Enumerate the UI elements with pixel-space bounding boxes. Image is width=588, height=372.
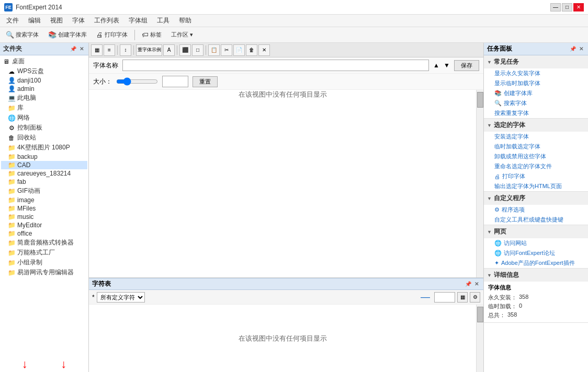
print-font-button[interactable]: 🖨 打印字体 xyxy=(93,29,131,40)
menu-fontgroup[interactable]: 字体组 xyxy=(125,15,152,26)
close-preview-button[interactable]: ✕ xyxy=(258,44,270,56)
menu-help[interactable]: 帮助 xyxy=(175,15,196,26)
tree-item-mfiles[interactable]: 📁 MFiles xyxy=(1,204,87,213)
tree-item-fab[interactable]: 📁 fab xyxy=(1,178,87,186)
workspace-button[interactable]: 工作区 ▾ xyxy=(167,29,197,40)
create-library-button[interactable]: 📚 创建字体库 xyxy=(44,29,91,40)
tag-button[interactable]: 🏷 标签 xyxy=(138,29,165,40)
panel-pin-button[interactable]: 📌 xyxy=(70,45,77,53)
tree-item-music[interactable]: 📁 music xyxy=(1,213,87,221)
task-export-html[interactable]: 输出选定字体为HTML页面 xyxy=(484,181,588,191)
tree-label-wallpaper: 4K壁纸图片 1080P xyxy=(17,143,70,152)
grid-view-button[interactable]: ▦ xyxy=(91,44,103,56)
tree-item-wallpaper[interactable]: 📁 4K壁纸图片 1080P xyxy=(1,143,87,153)
delete-button[interactable]: 🗑 xyxy=(246,44,257,56)
tree-item-office[interactable]: 📁 office xyxy=(1,229,87,238)
size-input[interactable]: 36 xyxy=(162,76,188,87)
task-rename[interactable]: 重命名选定的字体文件 xyxy=(484,161,588,171)
tree-item-control[interactable]: ⚙ 控制面板 xyxy=(1,123,87,133)
task-unload[interactable]: 卸载或禁用这些字体 xyxy=(484,152,588,161)
center-panel: ▦ ≡ ↕ 重字体示例 A ⬛ □ 📋 ✂ 📄 🗑 ✕ 字体名称 xyxy=(89,43,483,372)
tree-item-gif[interactable]: 📁 GIF动画 xyxy=(1,186,87,196)
list-view-button[interactable]: ≡ xyxy=(104,44,115,56)
size-slider[interactable] xyxy=(116,78,158,85)
web-title[interactable]: ▼ 网页 xyxy=(484,225,588,238)
selected-font-title[interactable]: ▼ 选定的字体 xyxy=(484,119,588,132)
task-print[interactable]: 🖨 打印字体 xyxy=(484,171,588,181)
task-show-temp[interactable]: 显示临时加载字体 xyxy=(484,78,588,88)
preview-btn1[interactable]: ⬛ xyxy=(179,44,191,56)
char-settings-button[interactable]: ⚙ xyxy=(470,292,480,303)
char-scrollbar-thumb[interactable] xyxy=(477,307,483,322)
task-install[interactable]: 安装选定字体 xyxy=(484,132,588,142)
char-view-button[interactable]: ▦ xyxy=(457,292,468,303)
tree-item-admin[interactable]: 👤 admin xyxy=(1,85,87,93)
task-load-temp[interactable]: 临时加载选定字体 xyxy=(484,142,588,152)
char-size-input[interactable]: 22 xyxy=(434,292,455,303)
tree-item-desktop[interactable]: 🖥 桌面 xyxy=(1,56,87,66)
font-scroll-down[interactable]: ▼ xyxy=(444,62,450,69)
task-fontexpert-forum[interactable]: 🌐 访问FontExpert论坛 xyxy=(484,248,588,258)
font-scroll-up[interactable]: ▲ xyxy=(433,62,439,69)
reset-button[interactable]: 重置 xyxy=(193,76,218,87)
cut-button[interactable]: ✂ xyxy=(221,44,232,56)
task-show-permanent[interactable]: 显示永久安装字体 xyxy=(484,68,588,78)
char-filter-select[interactable]: 所有定义字符 xyxy=(97,292,145,303)
char-header-controls[interactable]: 📌 ✕ xyxy=(465,281,480,288)
char-scrollbar[interactable] xyxy=(476,305,483,372)
titlebar-controls[interactable]: — □ ✕ xyxy=(550,3,584,11)
task-close-button[interactable]: ✕ xyxy=(578,45,585,53)
char-pin-button[interactable]: 📌 xyxy=(465,281,472,288)
task-create-library[interactable]: 📚 创建字体库 xyxy=(484,88,588,98)
maximize-button[interactable]: □ xyxy=(562,3,572,11)
task-search-duplicate[interactable]: 搜索重复字体 xyxy=(484,108,588,118)
task-pin-button[interactable]: 📌 xyxy=(569,45,576,53)
tree-item-network[interactable]: 🌐 网络 xyxy=(1,113,87,123)
copy-button[interactable]: 📋 xyxy=(208,44,220,56)
tree-item-library[interactable]: 📁 库 xyxy=(1,103,87,113)
tree-item-careueyes[interactable]: 📁 careueyes_183214 xyxy=(1,169,87,178)
sample-text-button[interactable]: 重字体示例 xyxy=(136,44,162,56)
tree-item-computer[interactable]: 💻 此电脑 xyxy=(1,93,87,103)
menu-edit[interactable]: 编辑 xyxy=(24,15,45,26)
paste-button[interactable]: 📄 xyxy=(233,44,245,56)
menu-tools[interactable]: 工具 xyxy=(153,15,174,26)
tree-item-image[interactable]: 📁 image xyxy=(1,196,87,204)
preview-btn2[interactable]: □ xyxy=(192,44,203,56)
tree-item-xiaozu[interactable]: 📁 小组录制 xyxy=(1,258,87,268)
font-name-input[interactable] xyxy=(122,60,429,71)
preview-scrollbar[interactable] xyxy=(476,90,483,277)
tree-item-wps[interactable]: ☁ WPS云盘 xyxy=(1,66,87,76)
panel-close-button[interactable]: ✕ xyxy=(78,45,85,53)
search-font-button[interactable]: 🔍 搜索字体 xyxy=(2,29,42,40)
tree-item-backup[interactable]: 📁 backup xyxy=(1,153,87,161)
task-search-font[interactable]: 🔍 搜索字体 xyxy=(484,98,588,108)
minimize-button[interactable]: — xyxy=(550,3,561,11)
char-a-button[interactable]: A xyxy=(163,44,175,56)
menu-font[interactable]: 字体 xyxy=(68,15,89,26)
menu-file[interactable]: 文件 xyxy=(2,15,23,26)
task-adobe-plugin[interactable]: ✦ Adobe产品的FontExpert插件 xyxy=(484,258,588,268)
panel-header-controls[interactable]: 📌 ✕ xyxy=(70,45,85,53)
tree-item-danji100[interactable]: 👤 danji100 xyxy=(1,76,87,85)
char-close-button[interactable]: ✕ xyxy=(473,281,480,288)
menu-worklist[interactable]: 工作列表 xyxy=(90,15,123,26)
task-customize-toolbar[interactable]: 自定义工具栏或键盘快捷键 xyxy=(484,215,588,225)
tree-item-myeditor[interactable]: 📁 MyEditor xyxy=(1,221,87,229)
task-program-options[interactable]: ⚙ 程序选项 xyxy=(484,205,588,215)
tree-item-recycle[interactable]: 🗑 回收站 xyxy=(1,133,87,143)
save-button[interactable]: 保存 xyxy=(454,60,479,71)
tree-item-jianlu[interactable]: 📁 简鹿音频格式转换器 xyxy=(1,238,87,248)
custom-program-title[interactable]: ▼ 自定义程序 xyxy=(484,192,588,205)
common-tasks-title[interactable]: ▼ 常见任务 xyxy=(484,55,588,68)
task-visit-site[interactable]: 🌐 访问网站 xyxy=(484,238,588,248)
tree-item-wanneng[interactable]: 📁 万能格式工厂 xyxy=(1,248,87,258)
scrollbar-thumb[interactable] xyxy=(477,92,483,108)
task-panel-controls[interactable]: 📌 ✕ xyxy=(569,45,585,53)
close-button[interactable]: ✕ xyxy=(573,3,584,11)
tree-item-cad[interactable]: 📁 CAD xyxy=(1,161,87,169)
sort-button[interactable]: ↕ xyxy=(120,44,131,56)
menu-view[interactable]: 视图 xyxy=(46,15,67,26)
tree-item-yiyou[interactable]: 📁 易游网讯专用编辑器 xyxy=(1,268,87,277)
details-title[interactable]: ▼ 详细信息 xyxy=(484,269,588,282)
